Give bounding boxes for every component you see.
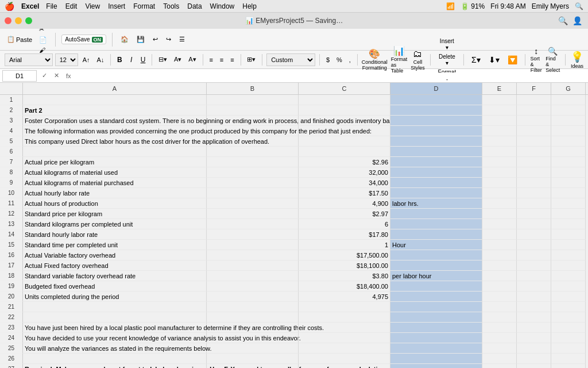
cell-g26[interactable] (551, 354, 586, 364)
cell-b2[interactable] (207, 105, 299, 116)
filter-btn[interactable]: 🔽 (505, 54, 520, 66)
cell-g16[interactable] (551, 250, 586, 260)
cell-a15[interactable]: Standard time per completed unit (23, 240, 207, 250)
cell-e8[interactable] (482, 167, 517, 178)
cell-g14[interactable] (551, 229, 586, 240)
cell-g15[interactable] (551, 240, 586, 250)
cell-g9[interactable] (551, 178, 586, 188)
cell-c14[interactable]: $17.80 (299, 229, 390, 240)
cell-b27[interactable] (207, 364, 299, 368)
cell-e4[interactable] (482, 126, 517, 136)
cell-f13[interactable] (517, 219, 551, 229)
cell-e7[interactable] (482, 157, 517, 167)
cell-f18[interactable] (517, 271, 551, 281)
cell-d23[interactable] (390, 323, 482, 333)
cell-f27[interactable] (517, 364, 551, 368)
cell-d9[interactable] (390, 178, 482, 188)
col-header-g[interactable]: G (551, 83, 586, 94)
increase-font-btn[interactable]: A↑ (80, 55, 92, 64)
cell-a2[interactable]: Part 2 (23, 105, 207, 116)
cell-c24[interactable] (299, 333, 390, 343)
cell-g4[interactable] (551, 126, 586, 136)
cell-b4[interactable] (207, 126, 299, 136)
cell-b8[interactable] (207, 167, 299, 178)
cell-b5[interactable] (207, 136, 299, 147)
undo-button[interactable]: ↩ (150, 34, 160, 44)
cell-a24[interactable]: You have decided to use your recent know… (23, 333, 207, 343)
cell-c23[interactable] (299, 323, 390, 333)
name-box[interactable] (2, 70, 37, 82)
cell-d13[interactable] (390, 219, 482, 229)
cell-d7[interactable] (390, 157, 482, 167)
cell-g23[interactable] (551, 323, 586, 333)
align-center[interactable]: ≡ (218, 55, 226, 64)
col-header-e[interactable]: E (482, 83, 517, 94)
menu-format[interactable]: Format (133, 2, 155, 10)
cell-g24[interactable] (551, 333, 586, 343)
menu-view[interactable]: View (85, 2, 100, 10)
cell-b24[interactable] (207, 333, 299, 343)
cell-a12[interactable]: Standard price per kilogram (23, 209, 207, 219)
cell-b15[interactable] (207, 240, 299, 250)
font-select[interactable]: Arial (5, 53, 53, 66)
cell-d6[interactable] (390, 147, 482, 157)
cell-c8[interactable]: 32,000 (299, 167, 390, 178)
cell-c2[interactable] (299, 105, 390, 116)
cell-e2[interactable] (482, 105, 517, 116)
cell-e18[interactable] (482, 271, 517, 281)
close-button[interactable] (5, 17, 11, 24)
cell-f24[interactable] (517, 333, 551, 343)
minimize-button[interactable] (15, 17, 22, 24)
cell-a1[interactable] (23, 95, 207, 105)
cell-f12[interactable] (517, 209, 551, 219)
cell-c22[interactable] (299, 312, 390, 323)
cell-f22[interactable] (517, 312, 551, 323)
insert-btn[interactable]: Insert ▾ (436, 37, 459, 52)
cell-g20[interactable] (551, 292, 586, 302)
menu-help[interactable]: Help (242, 2, 257, 10)
cell-c7[interactable]: $2.96 (299, 157, 390, 167)
cell-e21[interactable] (482, 302, 517, 312)
cell-f21[interactable] (517, 302, 551, 312)
cell-a7[interactable]: Actual price per kilogram (23, 157, 207, 167)
cell-d21[interactable] (390, 302, 482, 312)
cell-a3[interactable]: Foster Corporation uses a standard cost … (23, 116, 207, 126)
cell-b19[interactable] (207, 281, 299, 292)
cell-b16[interactable] (207, 250, 299, 260)
cell-f3[interactable] (517, 116, 551, 126)
cell-d12[interactable] (390, 209, 482, 219)
cell-c26[interactable] (299, 354, 390, 364)
cell-a13[interactable]: Standard kilograms per completed unit (23, 219, 207, 229)
menu-data[interactable]: Data (187, 2, 202, 10)
find-select-btn[interactable]: 🔍 Find & Select (546, 47, 560, 73)
cell-d18[interactable]: per labor hour (390, 271, 482, 281)
number-format-select[interactable]: Custom General Number Currency Accountin… (266, 53, 315, 66)
cell-e11[interactable] (482, 198, 517, 209)
comma-btn[interactable]: , (347, 55, 353, 64)
customize-button[interactable]: ☰ (177, 34, 187, 44)
cell-c17[interactable]: $18,100.00 (299, 260, 390, 271)
cell-g17[interactable] (551, 260, 586, 271)
cell-e22[interactable] (482, 312, 517, 323)
cell-c11[interactable]: 4,900 (299, 198, 390, 209)
cell-e13[interactable] (482, 219, 517, 229)
cell-a27[interactable]: Required: Make sure you do not forget to… (23, 364, 207, 368)
cell-c5[interactable] (299, 136, 390, 147)
cell-f19[interactable] (517, 281, 551, 292)
percent-btn[interactable]: % (334, 55, 345, 64)
cell-d26[interactable] (390, 354, 482, 364)
cell-c9[interactable]: 34,000 (299, 178, 390, 188)
cell-e17[interactable] (482, 260, 517, 271)
cell-e3[interactable] (482, 116, 517, 126)
search-icon[interactable]: 🔍 (575, 2, 583, 10)
cell-e6[interactable] (482, 147, 517, 157)
cell-c4[interactable] (299, 126, 390, 136)
cell-b20[interactable] (207, 292, 299, 302)
cell-g5[interactable] (551, 136, 586, 147)
cell-e19[interactable] (482, 281, 517, 292)
cell-d17[interactable] (390, 260, 482, 271)
cell-f5[interactable] (517, 136, 551, 147)
cell-e16[interactable] (482, 250, 517, 260)
cell-g27[interactable] (551, 364, 586, 368)
cell-f23[interactable] (517, 323, 551, 333)
